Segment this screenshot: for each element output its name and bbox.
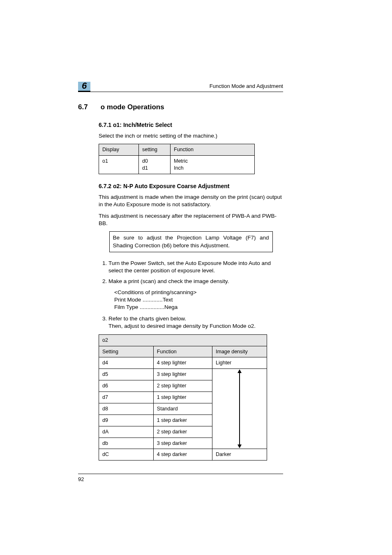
section-number: 6.7	[78, 103, 99, 112]
step3-line2: Then, adjust to desired image density by…	[108, 323, 256, 329]
cell-func-l2: Inch	[174, 165, 184, 171]
table-row: d4 4 step lighter Lighter	[99, 357, 267, 369]
cell-setting: d5	[99, 369, 154, 380]
cell-function: 1 step lighter	[153, 392, 212, 403]
cell-setting: d9	[99, 415, 154, 426]
cell-setting: db	[99, 438, 154, 449]
page-footer: 92	[78, 474, 283, 483]
step2-text: Make a print (scan) and check the image …	[108, 278, 229, 284]
subheading-671: 6.7.1 o1: Inch/Metric Select	[99, 121, 283, 129]
cell-func-l1: Metric	[174, 158, 188, 164]
col-header-function: Function	[153, 346, 212, 357]
col-header-setting: Setting	[99, 346, 154, 357]
cell-setting: d4	[99, 357, 154, 369]
cell-display: o1	[99, 155, 139, 174]
cell-function: 4 step darker	[153, 449, 212, 461]
note-box: Be sure to adjust the Projection Lamp Vo…	[109, 231, 273, 252]
content-block: 6.7.1 o1: Inch/Metric Select Select the …	[99, 121, 283, 461]
cell-density-top: Lighter	[212, 357, 267, 369]
cell-function: 2 step darker	[153, 426, 212, 438]
cell-setting: dC	[99, 449, 154, 461]
cell-function: Metric Inch	[171, 155, 255, 174]
header-rule: 6 Function Mode and Adjustment	[78, 80, 283, 92]
section-heading: 6.7 o mode Operations	[78, 103, 283, 112]
cell-function: Standard	[153, 403, 212, 415]
col-header-setting: setting	[139, 144, 171, 156]
chapter-tab: 6	[78, 82, 90, 92]
step2-conditions: <Conditions of printing/scanning> Print …	[114, 289, 283, 311]
page-number: 92	[78, 476, 84, 482]
cell-function: 2 step lighter	[153, 380, 212, 392]
list-item: Turn the Power Switch, set the Auto Expo…	[108, 260, 283, 274]
cell-setting: dA	[99, 426, 154, 438]
density-arrow-cell	[212, 369, 267, 449]
running-title: Function Mode and Adjustment	[210, 83, 283, 90]
cell-function: 4 step lighter	[153, 357, 212, 369]
cond-line1: <Conditions of printing/scanning>	[114, 289, 283, 296]
table-row: Setting Function Image density	[99, 346, 267, 357]
steps-list: Turn the Power Switch, set the Auto Expo…	[99, 260, 283, 330]
table-o2: o2 Setting Function Image density d4 4 s…	[99, 334, 267, 461]
para-672-1: This adjustment is made when the image d…	[99, 193, 283, 208]
table-row: dC 4 step darker Darker	[99, 449, 267, 461]
o2-title: o2	[99, 334, 267, 346]
table-row: d5 3 step lighter	[99, 369, 267, 380]
cell-function: 3 step darker	[153, 438, 212, 449]
section-title-text: o mode Operations	[101, 103, 164, 111]
cond-line2: Print Mode .............Text	[114, 296, 283, 304]
chapter-number: 6	[82, 80, 87, 92]
col-header-display: Display	[99, 144, 139, 156]
cell-setting: d7	[99, 392, 154, 403]
cell-function: 1 step darker	[153, 415, 212, 426]
cell-setting-l2: d1	[142, 165, 148, 171]
table-o1: Display setting Function o1 d0 d1 Metric…	[99, 144, 255, 174]
col-header-density: Image density	[212, 346, 267, 357]
table-row: o2	[99, 334, 267, 346]
cell-setting: d6	[99, 380, 154, 392]
arrow-shaft	[239, 372, 240, 445]
cell-setting: d8	[99, 403, 154, 415]
list-item: Make a print (scan) and check the image …	[108, 278, 283, 311]
list-item: Refer to the charts given below. Then, a…	[108, 315, 283, 330]
cell-setting-l1: d0	[142, 158, 148, 164]
table-row: Display setting Function	[99, 144, 255, 156]
intro-671: Select the inch or metric setting of the…	[99, 132, 283, 140]
cell-density-bottom: Darker	[212, 449, 267, 461]
cell-function: 3 step lighter	[153, 369, 212, 380]
step3-line1: Refer to the charts given below.	[108, 315, 186, 322]
col-header-function: Function	[171, 144, 255, 156]
table-row: o1 d0 d1 Metric Inch	[99, 155, 255, 174]
subheading-672: 6.7.2 o2: N-P Auto Exposure Coarse Adjus…	[99, 182, 283, 190]
page: 6 Function Mode and Adjustment 6.7 o mod…	[0, 0, 392, 555]
arrow-down-icon	[238, 444, 242, 448]
cond-line3: Film Type ................Nega	[114, 304, 283, 311]
cell-setting: d0 d1	[139, 155, 171, 174]
para-672-2: This adjustment is necessary after the r…	[99, 212, 283, 227]
arrow-icon	[237, 370, 242, 448]
